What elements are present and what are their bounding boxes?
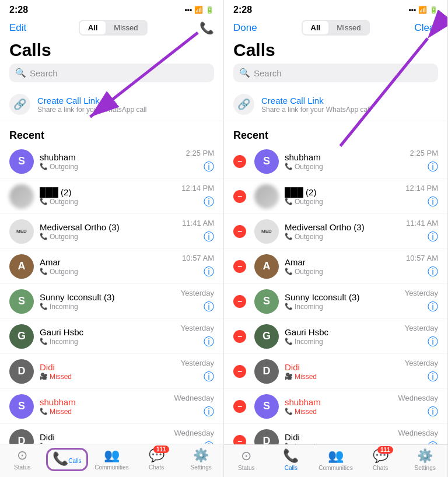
info-icon[interactable]: ⓘ <box>428 335 438 349</box>
nav-item-calls[interactable]: 📞Calls <box>269 448 314 471</box>
tab-missed-left[interactable]: Missed <box>106 21 146 34</box>
phone-icon: 📞 <box>40 233 48 240</box>
nav-item-communities[interactable]: 👥Communities <box>313 448 358 471</box>
list-item[interactable]: −DDidi📞 IncomingWednesdayⓘ <box>224 424 447 444</box>
call-time: 10:57 AM <box>182 254 214 262</box>
list-item[interactable]: −Sshubham📞 MissedWednesdayⓘ <box>224 389 447 424</box>
info-icon[interactable]: ⓘ <box>204 160 214 174</box>
info-icon[interactable]: ⓘ <box>204 265 214 279</box>
nav-item-status[interactable]: ⊙Status <box>0 448 45 471</box>
list-item[interactable]: Sshubham📞 MissedWednesdayⓘ <box>0 389 223 424</box>
call-meta: Yesterdayⓘ <box>405 289 438 314</box>
call-meta: 11:41 AMⓘ <box>182 219 214 244</box>
list-item[interactable]: −AAmar📞 Outgoing10:57 AMⓘ <box>224 249 447 284</box>
info-icon[interactable]: ⓘ <box>204 335 214 349</box>
direction-text: Outgoing <box>295 268 323 276</box>
list-item[interactable]: −Sshubham📞 Outgoing2:25 PMⓘ <box>224 144 447 179</box>
delete-button[interactable]: − <box>233 435 246 445</box>
status-time-left: 2:28 <box>9 5 28 15</box>
delete-button[interactable]: − <box>233 225 246 238</box>
info-icon[interactable]: ⓘ <box>204 370 214 384</box>
list-item[interactable]: DDidi📞 IncomingWednesdayⓘ <box>0 424 223 444</box>
list-item[interactable]: −SSunny Icconsult (3)📞 IncomingYesterday… <box>224 284 447 319</box>
list-item[interactable]: Sshubham📞 Outgoing2:25 PMⓘ <box>0 144 223 179</box>
tab-group-left: All Missed <box>79 20 148 36</box>
info-icon[interactable]: ⓘ <box>428 160 438 174</box>
call-meta: 12:14 PMⓘ <box>405 184 438 209</box>
chat-badge: 111 <box>377 446 393 454</box>
info-icon[interactable]: ⓘ <box>204 440 214 444</box>
done-button[interactable]: Done <box>233 22 257 34</box>
edit-button[interactable]: Edit <box>9 22 26 34</box>
info-icon[interactable]: ⓘ <box>204 195 214 209</box>
avatar: S <box>9 289 34 314</box>
create-call-link-left[interactable]: 🔗 Create Call Link Share a link for your… <box>0 88 223 121</box>
call-time: 11:41 AM <box>182 219 214 227</box>
delete-button[interactable]: − <box>233 260 246 273</box>
info-icon[interactable]: ⓘ <box>428 195 438 209</box>
delete-button[interactable]: − <box>233 155 246 168</box>
list-item[interactable]: DDidi🎥 MissedYesterdayⓘ <box>0 354 223 389</box>
direction-text: Incoming <box>295 303 323 311</box>
info-icon[interactable]: ⓘ <box>428 370 438 384</box>
info-icon[interactable]: ⓘ <box>428 230 438 244</box>
delete-button[interactable]: − <box>233 365 246 378</box>
info-icon[interactable]: ⓘ <box>428 405 438 419</box>
avatar: MED <box>254 219 279 244</box>
info-icon[interactable]: ⓘ <box>428 440 438 444</box>
info-icon[interactable]: ⓘ <box>428 300 438 314</box>
battery-icon: 🔋 <box>205 6 214 14</box>
list-item[interactable]: AAmar📞 Outgoing10:57 AMⓘ <box>0 249 223 284</box>
info-icon[interactable]: ⓘ <box>204 230 214 244</box>
avatar: G <box>254 324 279 349</box>
nav-item-chats[interactable]: 💬111Chats <box>134 448 179 471</box>
tab-all-left[interactable]: All <box>80 21 106 34</box>
nav-item-chats[interactable]: 💬111Chats <box>358 448 403 471</box>
list-item[interactable]: −GGauri Hsbc📞 IncomingYesterdayⓘ <box>224 319 447 354</box>
phone-icon: 📞 <box>285 163 293 170</box>
call-name: Didi <box>40 432 169 442</box>
list-item[interactable]: ███ (2)📞 Outgoing12:14 PMⓘ <box>0 179 223 214</box>
call-meta: Yesterdayⓘ <box>181 359 214 384</box>
nav-item-calls[interactable]: 📞Calls <box>45 448 90 471</box>
info-icon[interactable]: ⓘ <box>204 300 214 314</box>
list-item[interactable]: GGauri Hsbc📞 IncomingYesterdayⓘ <box>0 319 223 354</box>
delete-button[interactable]: − <box>233 295 246 308</box>
search-bar-left[interactable]: 🔍 Search <box>9 64 214 82</box>
avatar: A <box>9 254 34 279</box>
nav-item-status[interactable]: ⊙Status <box>224 448 269 471</box>
nav-icon-wrap-calls: 📞 <box>283 448 299 464</box>
call-time: Yesterday <box>405 324 438 332</box>
nav-item-settings[interactable]: ⚙️Settings <box>178 448 223 471</box>
call-direction: 📞 Outgoing <box>40 268 176 276</box>
nav-icon-wrap-chats: 💬111 <box>149 448 164 463</box>
create-call-link-right[interactable]: 🔗 Create Call Link Share a link for your… <box>224 88 447 121</box>
list-item[interactable]: MEDMediversal Ortho (3)📞 Outgoing11:41 A… <box>0 214 223 249</box>
delete-button[interactable]: − <box>233 190 246 203</box>
delete-button[interactable]: − <box>233 400 246 413</box>
list-item[interactable]: −███ (2)📞 Outgoing12:14 PMⓘ <box>224 179 447 214</box>
wifi-icon-right: 📶 <box>418 6 427 14</box>
list-item[interactable]: −MEDMediversal Ortho (3)📞 Outgoing11:41 … <box>224 214 447 249</box>
call-time: 11:41 AM <box>406 219 438 227</box>
delete-button[interactable]: − <box>233 330 246 343</box>
call-time: Yesterday <box>181 324 214 332</box>
call-meta: 12:14 PMⓘ <box>181 184 214 209</box>
search-bar-right[interactable]: 🔍 Search <box>233 64 438 82</box>
call-info: Didi🎥 Missed <box>285 362 399 381</box>
info-icon[interactable]: ⓘ <box>428 265 438 279</box>
info-icon[interactable]: ⓘ <box>204 405 214 419</box>
clear-button[interactable]: Clear <box>414 22 438 34</box>
list-item[interactable]: −DDidi🎥 MissedYesterdayⓘ <box>224 354 447 389</box>
direction-text: Incoming <box>50 338 78 346</box>
page-title-left: Calls <box>0 40 223 64</box>
avatar <box>9 184 34 209</box>
avatar: MED <box>9 219 34 244</box>
new-call-icon[interactable]: 📞 <box>200 21 214 35</box>
nav-item-communities[interactable]: 👥Communities <box>89 448 134 471</box>
nav-item-settings[interactable]: ⚙️Settings <box>402 448 447 471</box>
call-time: Wednesday <box>398 429 438 437</box>
tab-missed-right[interactable]: Missed <box>328 21 369 34</box>
list-item[interactable]: SSunny Icconsult (3)📞 IncomingYesterdayⓘ <box>0 284 223 319</box>
tab-all-right[interactable]: All <box>303 21 329 34</box>
